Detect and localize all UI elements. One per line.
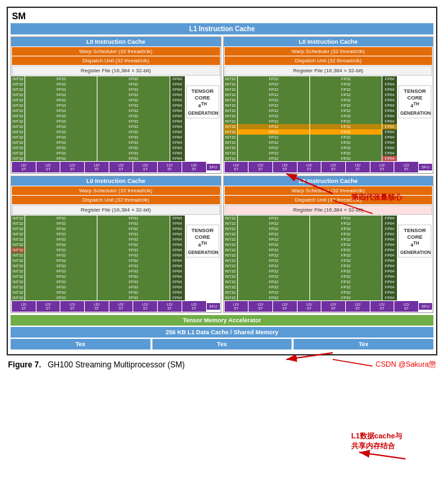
sfu-tl: SFU bbox=[207, 164, 220, 170]
tex-3: Tex bbox=[294, 339, 433, 349]
quadrant-top-left: L0 Instruction Cache Warp Scheduler (32 … bbox=[11, 36, 221, 174]
tensor-core-label-tr: TENSOR CORE bbox=[400, 88, 429, 101]
warp-scheduler-tr: Warp Scheduler (32 thread/clk) bbox=[225, 47, 433, 56]
tensor-core-label-tl: TENSOR CORE bbox=[188, 88, 217, 101]
sm-label: SM bbox=[11, 11, 433, 21]
register-file-bl: Register File (16,384 × 32-bit) bbox=[12, 205, 220, 215]
l1-data-cache: 256 KB L1 Data Cache / Shared Memory bbox=[11, 327, 433, 338]
figure-label: Figure 7. GH100 Streaming Multiprocessor… bbox=[8, 360, 185, 369]
sfu-bl: SFU bbox=[207, 303, 220, 310]
quadrant-top-right: L0 Instruction Cache Warp Scheduler (32 … bbox=[223, 36, 434, 174]
tex-1: Tex bbox=[11, 339, 150, 349]
annotation-tensor-core: 第四代张量核心 bbox=[351, 192, 402, 202]
tensor-memory-accelerator: Tensor Memory Accelerator bbox=[11, 315, 433, 326]
tensor-gen-tl: 4TH bbox=[188, 101, 217, 110]
l0-cache-tl: L0 Instruction Cache bbox=[11, 37, 221, 46]
compute-units-br: INT32FP32FP32FP64 INT32FP32FP32FP64 INT3… bbox=[224, 216, 433, 312]
l0-cache-bl: L0 Instruction Cache bbox=[11, 176, 221, 186]
compute-units-tl: INT32FP32FP32FP64 INT32FP32FP32FP64 INT3… bbox=[11, 76, 221, 172]
tex-2: Tex bbox=[152, 339, 292, 349]
register-file-tl: Register File (16,384 × 32-bit) bbox=[12, 66, 220, 76]
dispatch-unit-bl: Dispatch Unit (32 thread/clk) bbox=[12, 196, 220, 204]
figure-caption: Figure 7. GH100 Streaming Multiprocessor… bbox=[7, 359, 437, 369]
warp-scheduler-bl: Warp Scheduler (32 thread/clk) bbox=[12, 186, 220, 195]
tensor-gen-br: 4TH bbox=[400, 241, 429, 249]
compute-units-bl: INT32FP32FP32FP64 INT32FP32FP32FP64 INT3… bbox=[11, 216, 221, 312]
tensor-core-label-bl: TENSOR CORE bbox=[188, 227, 217, 241]
tensor-generation-tr: GENERATION bbox=[400, 110, 429, 116]
register-file-tr: Register File (16,384 × 32-bit) bbox=[225, 66, 433, 76]
dispatch-unit-tl: Dispatch Unit (32 thread/clk) bbox=[12, 56, 220, 65]
register-file-br: Register File (16,384 × 32-bit) bbox=[225, 205, 433, 215]
svg-line-2 bbox=[286, 353, 333, 359]
sfu-br: SFU bbox=[419, 303, 432, 310]
quadrant-bottom-left: L0 Instruction Cache Warp Scheduler (32 … bbox=[11, 176, 221, 313]
main-container: SM L1 Instruction Cache L0 Instruction C… bbox=[7, 7, 437, 355]
tensor-generation-bl: GENERATION bbox=[188, 249, 217, 255]
svg-line-3 bbox=[359, 452, 406, 459]
l0-cache-br: L0 Instruction Cache bbox=[224, 176, 433, 186]
sfu-tr: SFU bbox=[419, 164, 432, 170]
l0-cache-tr: L0 Instruction Cache bbox=[224, 37, 433, 46]
annotation-l1-cache: L1数据cache与共享内存结合 bbox=[351, 431, 431, 452]
tensor-generation-tl: GENERATION bbox=[188, 110, 217, 116]
tensor-core-label-br: TENSOR CORE bbox=[400, 227, 429, 241]
dispatch-unit-tr: Dispatch Unit (32 thread/clk) bbox=[225, 56, 433, 65]
compute-units-tr: INT32FP32FP32FP64 INT32FP32FP32FP64 INT3… bbox=[224, 76, 433, 172]
csdn-credit: CSDN @Sakura懲 bbox=[376, 359, 436, 369]
tensor-gen-bl: 4TH bbox=[188, 241, 217, 249]
tex-row: Tex Tex Tex bbox=[11, 339, 433, 349]
tensor-gen-tr: 4TH bbox=[400, 101, 429, 110]
tensor-generation-br: GENERATION bbox=[400, 249, 429, 255]
warp-scheduler-tl: Warp Scheduler (32 thread/clk) bbox=[12, 47, 220, 56]
l1-instruction-cache-top: L1 Instruction Cache bbox=[11, 23, 433, 34]
